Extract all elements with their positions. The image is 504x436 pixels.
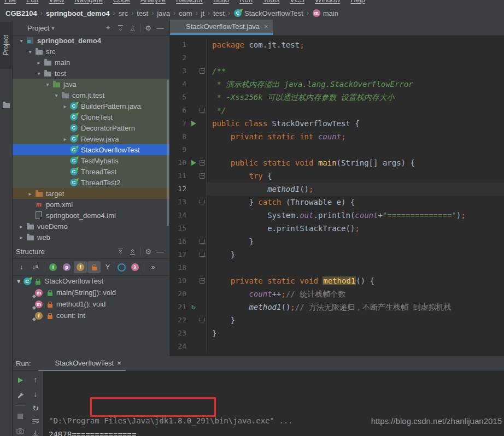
expand-all-icon[interactable] — [114, 246, 126, 257]
locate-icon[interactable]: ⌖ — [102, 22, 114, 33]
menu-item-vcs[interactable]: VCS — [290, 0, 304, 5]
fold-marker[interactable] — [198, 314, 207, 327]
tree-item-springboot_demo4[interactable]: ▾springboot_demo4 — [13, 35, 169, 46]
tree-item-threadtest[interactable]: CThreadTest — [13, 166, 169, 177]
hide-icon[interactable]: — — [154, 246, 166, 257]
fold-marker[interactable] — [198, 104, 207, 117]
run-button[interactable] — [189, 117, 198, 130]
fold-marker[interactable] — [198, 248, 207, 261]
menu-item-refactor[interactable]: Refactor — [176, 0, 203, 5]
chevron-down-icon[interactable]: ▾ — [51, 25, 54, 31]
sort-by-visibility-icon[interactable]: ↓ — [15, 261, 28, 273]
jump-to-end-icon[interactable]: ↻ — [31, 404, 40, 413]
tree-item-main[interactable]: ▸main — [13, 57, 169, 68]
menu-item-window[interactable]: Window — [315, 0, 340, 5]
tree-item-review.java[interactable]: ▸CReview.java — [13, 133, 169, 144]
console-output[interactable]: "D:\Program Files\Java\jdk1.8.0_291\bin\… — [43, 371, 504, 436]
fold-marker[interactable] — [198, 169, 207, 182]
chevron-closed-icon[interactable]: ▸ — [17, 234, 26, 240]
structure-item[interactable]: fcount: int — [13, 310, 169, 321]
tree-item-clonetest[interactable]: CCloneTest — [13, 111, 169, 122]
breadcrumb-item[interactable]: jt — [201, 9, 205, 17]
tree-item-builderpattern.java[interactable]: ▸CBuilderPattern.java — [13, 101, 169, 111]
chevron-closed-icon[interactable]: ▸ — [61, 136, 69, 142]
scroll-to-end-icon[interactable] — [31, 430, 40, 436]
chevron-open-icon[interactable]: ▾ — [26, 49, 34, 55]
menu-item-navigate[interactable]: Navigate — [74, 0, 102, 5]
run-tab[interactable]: StackOverflowTest × — [38, 356, 125, 371]
breadcrumb-item[interactable]: springboot_demo4 — [46, 9, 110, 17]
show-anonymous-icon[interactable] — [115, 261, 128, 273]
settings-gear-icon[interactable]: ⚙ — [142, 246, 154, 257]
menu-item-help[interactable]: Help — [350, 0, 365, 5]
more-icon[interactable]: » — [146, 261, 160, 273]
breadcrumb-item[interactable]: CGB2104 — [5, 9, 37, 17]
structure-item[interactable]: ▾CStackOverflowTest — [13, 275, 169, 287]
tree-item-com.jt.test[interactable]: ▾com.jt.test — [13, 90, 169, 101]
collapse-all-icon[interactable] — [126, 246, 138, 257]
chevron-open-icon[interactable]: ▾ — [17, 277, 21, 285]
tree-item-target[interactable]: ▸target — [13, 188, 169, 199]
tree-item-testmybatis[interactable]: CTestMybatis — [13, 155, 169, 166]
settings-gear-icon[interactable]: ⚙ — [142, 22, 154, 33]
menu-item-run[interactable]: Run — [239, 0, 253, 5]
tree-item-stackoverflowtest[interactable]: CStackOverflowTest — [13, 144, 169, 155]
chevron-open-icon[interactable]: ▾ — [52, 92, 61, 98]
fold-marker[interactable] — [198, 235, 207, 248]
tool-window-tab-project[interactable]: Project — [0, 22, 12, 69]
editor[interactable]: StackOverflowTest.java × 1package com.jt… — [170, 21, 504, 356]
soft-wrap-icon[interactable] — [31, 418, 40, 425]
menu-item-build[interactable]: Build — [213, 0, 229, 5]
project-panel-title[interactable]: Project — [27, 24, 49, 32]
tree-item-java[interactable]: ▾java — [13, 79, 169, 90]
breadcrumb-item[interactable]: com — [179, 9, 192, 17]
hide-icon[interactable]: — — [154, 22, 166, 33]
stop-icon[interactable] — [15, 411, 25, 421]
down-stack-trace-icon[interactable]: ↓ — [31, 390, 40, 398]
show-lambdas-icon[interactable]: λ — [128, 261, 142, 273]
chevron-closed-icon[interactable]: ▸ — [61, 103, 69, 109]
show-non-public-icon[interactable] — [87, 261, 101, 273]
rerun-icon[interactable] — [15, 375, 25, 385]
menu-item-tools[interactable]: Tools — [263, 0, 279, 5]
tree-item-src[interactable]: ▾src — [13, 46, 169, 57]
project-tree-scrollbar[interactable] — [167, 80, 169, 226]
show-inherited-icon[interactable]: I — [46, 261, 60, 273]
tree-item-pom.xml[interactable]: mpom.xml — [13, 199, 169, 210]
run-button[interactable] — [189, 156, 198, 169]
fold-marker[interactable] — [198, 156, 207, 169]
tree-item-springboot_demo4.iml[interactable]: springboot_demo4.iml — [13, 210, 169, 221]
chevron-open-icon[interactable]: ▾ — [17, 38, 26, 44]
tree-item-test[interactable]: ▾test — [13, 68, 169, 79]
close-icon[interactable]: × — [117, 359, 121, 367]
build-settings-icon[interactable] — [15, 391, 25, 400]
expand-all-icon[interactable] — [114, 22, 126, 33]
fold-marker[interactable] — [198, 64, 207, 78]
tree-item-threadtest2[interactable]: CThreadTest2 — [13, 177, 169, 188]
tree-item-decoratorpattern[interactable]: CDecoratorPattern — [13, 122, 169, 133]
chevron-closed-icon[interactable]: ▸ — [17, 223, 26, 229]
breadcrumb-item[interactable]: src — [119, 9, 128, 17]
show-properties-icon[interactable]: p — [60, 261, 73, 273]
fold-marker[interactable] — [198, 196, 207, 209]
breadcrumb-item[interactable]: java — [157, 9, 170, 17]
chevron-closed-icon[interactable]: ▸ — [26, 191, 34, 197]
screenshot-icon[interactable] — [15, 426, 25, 436]
breadcrumb-item[interactable]: mmain — [312, 9, 338, 17]
close-icon[interactable]: × — [264, 22, 268, 31]
filter-icon[interactable]: Y — [101, 261, 114, 273]
menu-item-view[interactable]: View — [49, 0, 64, 5]
chevron-open-icon[interactable]: ▾ — [34, 70, 43, 76]
breadcrumb-item[interactable]: CStackOverflowTest — [233, 9, 303, 17]
menu-item-analyze[interactable]: Analyze — [140, 0, 166, 5]
collapse-all-icon[interactable] — [126, 22, 138, 33]
menu-item-code[interactable]: Code — [113, 0, 130, 5]
up-stack-trace-icon[interactable]: ↑ — [31, 375, 40, 384]
menu-item-file[interactable]: File — [4, 0, 16, 5]
tree-item-web[interactable]: ▸web — [13, 232, 169, 243]
sort-alphabetically-icon[interactable]: ↓ᵃ — [28, 261, 42, 273]
chevron-closed-icon[interactable]: ▸ — [34, 60, 43, 66]
breadcrumb-item[interactable]: test — [213, 9, 225, 17]
folder-icon[interactable] — [3, 103, 10, 108]
breadcrumb-item[interactable]: test — [137, 9, 148, 17]
